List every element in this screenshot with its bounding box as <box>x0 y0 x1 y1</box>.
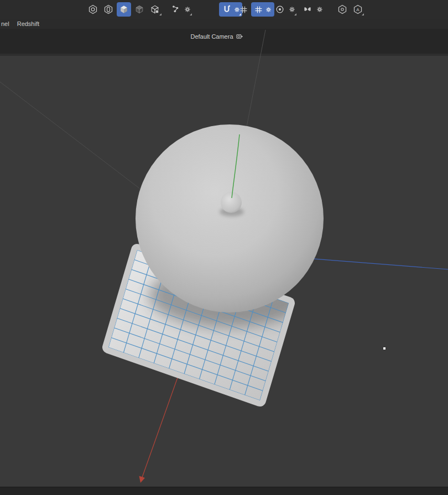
dropdown-corner-icon <box>362 13 364 15</box>
svg-text:A: A <box>356 7 360 12</box>
menu-item-panel[interactable]: nel <box>1 20 9 27</box>
dropdown-corner-icon <box>190 13 192 15</box>
cube-icon <box>118 4 129 15</box>
camera-swap-icon <box>236 33 243 40</box>
grid-icon <box>238 4 249 15</box>
dropdown-corner-icon <box>159 13 162 15</box>
hexagon-ellipse-icon <box>103 4 114 15</box>
dark-cube-icon <box>134 4 145 15</box>
main-toolbar: A <box>0 0 448 19</box>
viewport[interactable]: Default Camera <box>0 29 448 487</box>
viewport-dot <box>383 347 386 350</box>
modeling-settings-button[interactable] <box>335 2 350 17</box>
make-editable-button[interactable] <box>86 2 100 17</box>
model-mode-button[interactable] <box>101 2 116 17</box>
target-icon <box>274 4 285 15</box>
workplane-settings-button[interactable] <box>265 6 272 13</box>
texture-mode-button[interactable] <box>132 2 147 17</box>
sphere-object[interactable] <box>136 124 324 312</box>
gear-icon <box>265 6 272 13</box>
axis-settings-button[interactable] <box>182 2 193 17</box>
gear-icon <box>316 6 324 13</box>
falloff-settings-button[interactable] <box>286 2 298 17</box>
axis-tool-button[interactable] <box>169 2 183 17</box>
falloff-button[interactable] <box>273 2 286 17</box>
joints-icon <box>170 4 181 15</box>
viewport-canvas[interactable] <box>0 29 448 487</box>
butterfly-icon <box>302 4 313 15</box>
grid-toggle-button[interactable] <box>237 2 250 17</box>
camera-label: Default Camera <box>190 33 233 40</box>
hexagon-icon <box>337 4 348 15</box>
camera-menu[interactable]: Default Camera <box>0 32 434 40</box>
viewport-strip-edge <box>0 54 448 56</box>
gear-icon <box>184 6 191 13</box>
auto-axis-button[interactable]: A <box>351 2 365 17</box>
symmetry-settings-button[interactable] <box>314 2 325 17</box>
app-window: A nel Redshift <box>0 0 448 495</box>
gear-icon <box>288 6 296 13</box>
symmetry-button[interactable] <box>301 2 314 17</box>
cube-plus-icon <box>149 4 160 15</box>
menu-item-redshift[interactable]: Redshift <box>17 20 39 27</box>
hexagon-circle-icon <box>87 4 98 15</box>
object-mode-button[interactable] <box>117 2 131 17</box>
workplane-snap-group <box>251 2 274 17</box>
workplane-mode-button[interactable] <box>147 2 163 17</box>
grid-icon <box>253 4 264 15</box>
workplane-snap-button[interactable] <box>253 4 264 15</box>
bottom-bar <box>0 487 448 495</box>
snap-toggle-button[interactable] <box>221 4 232 15</box>
menu-bar: nel Redshift <box>0 19 448 29</box>
magnet-icon <box>221 4 232 15</box>
small-sphere-object[interactable] <box>221 192 242 213</box>
dropdown-corner-icon <box>294 13 296 15</box>
